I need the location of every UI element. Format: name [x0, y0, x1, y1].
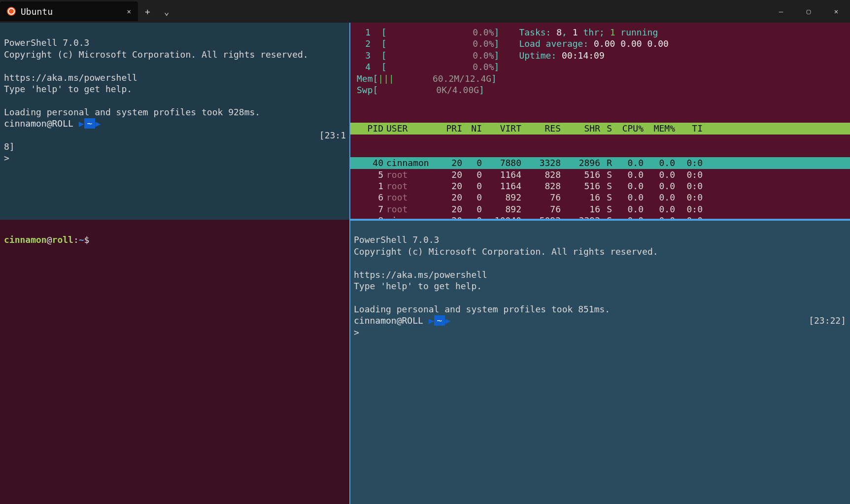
window-controls: — ▢ ✕ — [767, 0, 850, 23]
htop-process-row[interactable]: 1 root 20 0 1164 828 516 S 0.0 0.0 0:0 — [350, 180, 850, 192]
prompt-path: ~ — [84, 118, 96, 129]
prompt-user: cinnamon@ROLL — [354, 315, 429, 326]
prompt-arrow-icon: ▶ — [79, 118, 84, 129]
htop-process-list: PIDUSERPRINIVIRTRESSHRSCPU%MEM%TI 40 cin… — [350, 100, 850, 220]
pane-powershell-tl[interactable]: PowerShell 7.0.3 Copyright (c) Microsoft… — [0, 23, 350, 220]
htop-col-virt[interactable]: VIRT — [482, 123, 521, 134]
new-tab-button[interactable]: + — [138, 0, 157, 23]
ps-banner-line: PowerShell 7.0.3 — [4, 37, 89, 48]
prompt-arrow-icon: ▶ — [95, 118, 101, 129]
pane-powershell-br[interactable]: PowerShell 7.0.3 Copyright (c) Microsoft… — [350, 220, 850, 504]
close-button[interactable]: ✕ — [822, 0, 850, 23]
htop-col-s[interactable]: S — [600, 123, 612, 134]
terminal-panes: PowerShell 7.0.3 Copyright (c) Microsoft… — [0, 23, 850, 504]
tab-ubuntu[interactable]: Ubuntu ✕ — [0, 1, 138, 21]
ps-continuation-prompt: > — [354, 327, 359, 337]
htop-col-mem%[interactable]: MEM% — [644, 123, 675, 134]
htop-summary: Tasks: 8, 1 thr; 1 runningLoad average: … — [519, 27, 668, 96]
pane-bash-bl[interactable]: cinnamon@roll:~$ — [0, 220, 350, 504]
htop-column-header[interactable]: PIDUSERPRINIVIRTRESSHRSCPU%MEM%TI — [350, 123, 850, 134]
clock-indicator: [23:1 — [319, 130, 346, 141]
prompt-arrow-icon: ▶ — [445, 315, 450, 326]
htop-col-cpu%[interactable]: CPU% — [612, 123, 644, 134]
htop-col-ti[interactable]: TI — [675, 123, 703, 134]
tab-strip: Ubuntu ✕ + ⌄ — [0, 0, 176, 23]
ps-banner-line: Copyright (c) Microsoft Corporation. All… — [4, 49, 308, 60]
ps-banner-line: https://aka.ms/powershell — [354, 269, 487, 280]
htop-process-row[interactable]: 7 root 20 0 892 76 16 S 0.0 0.0 0:0 — [350, 203, 850, 215]
split-divider-vertical[interactable] — [349, 23, 350, 504]
htop-meters: 1 [0.0%]2 [0.0%]3 [0.0%]4 [0.0%]Mem[|||6… — [350, 23, 850, 100]
tab-label: Ubuntu — [21, 6, 53, 17]
tab-close-icon[interactable]: ✕ — [127, 7, 131, 15]
prompt-path: ~ — [434, 315, 445, 326]
htop-cpu-meters: 1 [0.0%]2 [0.0%]3 [0.0%]4 [0.0%]Mem[|||6… — [357, 27, 499, 96]
htop-col-res[interactable]: RES — [521, 123, 561, 134]
pane-htop[interactable]: 1 [0.0%]2 [0.0%]3 [0.0%]4 [0.0%]Mem[|||6… — [350, 23, 850, 220]
bash-prompt: cinnamon@roll:~$ — [4, 235, 89, 245]
htop-col-pri[interactable]: PRI — [433, 123, 462, 134]
ps-output-line: 8] — [4, 141, 15, 152]
ps-banner-line: PowerShell 7.0.3 — [354, 235, 439, 245]
prompt-user: cinnamon@ROLL — [4, 118, 79, 129]
htop-col-ni[interactable]: NI — [462, 123, 482, 134]
ps-banner-line: Copyright (c) Microsoft Corporation. All… — [354, 246, 658, 257]
ps-banner-line: Loading personal and system profiles too… — [354, 304, 610, 314]
split-divider-horizontal[interactable] — [350, 219, 850, 221]
htop-process-row[interactable]: 5 root 20 0 1164 828 516 S 0.0 0.0 0:0 — [350, 169, 850, 180]
htop-process-row[interactable]: 40 cinnamon 20 0 7880 3328 2896 R 0.0 0.… — [350, 157, 850, 168]
minimize-button[interactable]: — — [767, 0, 795, 23]
ps-banner-line: https://aka.ms/powershell — [4, 72, 137, 83]
prompt-arrow-icon: ▶ — [429, 315, 434, 326]
ubuntu-icon — [7, 7, 16, 16]
htop-col-shr[interactable]: SHR — [561, 123, 600, 134]
ps-banner-line: Type 'help' to get help. — [4, 84, 132, 94]
tab-dropdown-button[interactable]: ⌄ — [157, 0, 176, 23]
ps-banner-line: Type 'help' to get help. — [354, 281, 482, 291]
htop-process-row[interactable]: 6 root 20 0 892 76 16 S 0.0 0.0 0:0 — [350, 192, 850, 203]
maximize-button[interactable]: ▢ — [795, 0, 822, 23]
htop-col-pid[interactable]: PID — [354, 123, 383, 134]
titlebar: Ubuntu ✕ + ⌄ — ▢ ✕ — [0, 0, 850, 23]
ps-banner-line: Loading personal and system profiles too… — [4, 107, 260, 117]
htop-col-user[interactable]: USER — [383, 123, 433, 134]
clock-indicator: [23:22] — [809, 315, 846, 326]
ps-continuation-prompt: > — [4, 153, 9, 163]
